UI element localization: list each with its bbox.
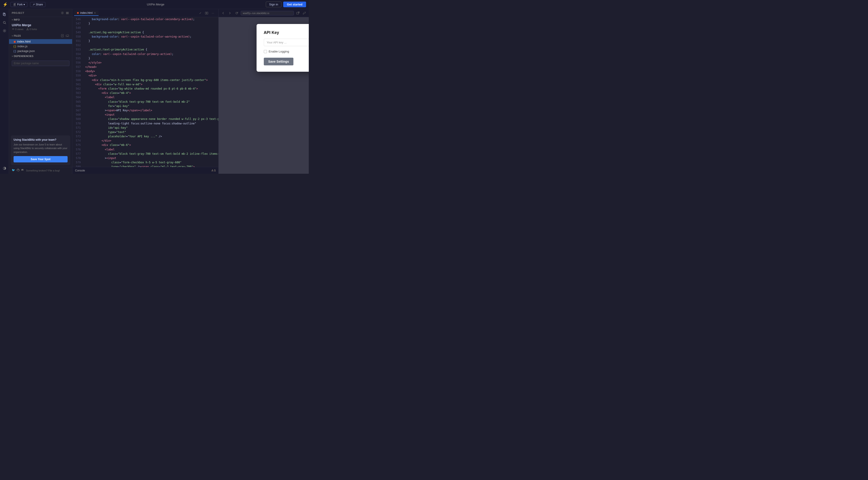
twitter-icon[interactable]: 🐦 (12, 169, 15, 172)
promo-card: Using StackBlitz with your team? Join ou… (11, 136, 70, 166)
project-expand-icon[interactable] (65, 11, 69, 15)
svg-rect-19 (205, 12, 206, 14)
deps-section-header[interactable]: ▾ DEPENDENCIES (9, 53, 72, 59)
code-line: type="text" (85, 130, 218, 134)
promo-text: Join our livestream on June 5 to learn a… (13, 143, 68, 154)
code-line: ><span>API Key</span></label> (85, 108, 218, 113)
forward-button[interactable] (227, 10, 232, 16)
modal-title: API Key (264, 30, 309, 35)
new-file-icon[interactable] (60, 34, 64, 38)
package-name-input[interactable] (12, 61, 69, 66)
html-file-icon: ◼ (13, 40, 16, 43)
api-key-input[interactable] (264, 39, 309, 46)
editor-area: ◼ index.html × ··· 546 547 548 (72, 9, 218, 174)
code-line: <label (85, 148, 218, 152)
code-line: } (85, 22, 218, 26)
sidebar-bottom-icons (1, 165, 8, 172)
maximize-icon[interactable] (302, 10, 307, 16)
sidebar-icon-contrast[interactable] (1, 165, 8, 172)
svg-line-3 (5, 23, 6, 24)
code-line: <div class="w-full max-w-md"> (85, 82, 218, 87)
code-line: leading-tight focus:outline-none focus:s… (85, 121, 218, 126)
code-line: <div class="mb-6"> (85, 143, 218, 147)
code-line: .active\:bg-warningActive:active { (85, 30, 218, 35)
code-line: <input (85, 113, 218, 117)
console-bar: Console ⚠ 1 (72, 167, 218, 174)
svg-rect-9 (66, 13, 69, 14)
code-line: </style> (85, 61, 218, 65)
tab-html-icon: ◼ (77, 11, 79, 14)
api-key-modal: API Key Enable Logging Save Settings (256, 24, 309, 72)
topbar-right: Sign in Get started (266, 2, 306, 7)
share-button[interactable]: ↗ Share (30, 2, 45, 7)
code-line (85, 26, 218, 30)
svg-rect-21 (297, 12, 299, 14)
back-button[interactable] (220, 10, 226, 16)
code-line: type="checkbox" /><span class="ml-2 text… (85, 165, 218, 167)
project-header: PROJECT (9, 9, 72, 17)
editor-toolbar: ··· (197, 10, 217, 16)
file-name-index-js: index.js (18, 44, 27, 48)
tab-index-html[interactable]: ◼ index.html × (74, 10, 98, 16)
preview-content: API Key Enable Logging Save Settings (219, 17, 309, 174)
new-folder-icon[interactable] (65, 34, 69, 38)
project-stats: 0 views 0 forks (12, 28, 69, 31)
files-chevron-icon: ▾ (12, 35, 13, 37)
code-editor[interactable]: 546 547 548 549 550 551 552 553 554 555 … (72, 17, 218, 167)
topbar: ⚡ 🍴 Fork ▾ ↗ Share UXPin Merge Sign in G… (0, 0, 309, 9)
topbar-logo: ⚡ (3, 2, 8, 7)
file-name-package-json: package.json (18, 49, 35, 53)
code-content: 546 547 548 549 550 551 552 553 554 555 … (72, 17, 218, 167)
pin-icon[interactable] (197, 10, 203, 16)
warning-badge: ⚠ 1 (211, 169, 216, 172)
code-line: for="api-key" (85, 104, 218, 108)
file-item-index-html[interactable]: ◼ index.html (9, 39, 72, 44)
sidebar-icon-files[interactable] (1, 11, 8, 18)
code-line: } (85, 39, 218, 43)
svg-point-11 (27, 28, 28, 29)
code-line: <div class="mb-4"> (85, 91, 218, 95)
discord-icon[interactable] (21, 169, 24, 172)
code-line: id="api-key" (85, 126, 218, 130)
github-icon[interactable] (17, 169, 20, 172)
preview-url-bar[interactable] (241, 11, 294, 16)
tab-close-icon[interactable]: × (94, 11, 96, 14)
svg-rect-8 (66, 13, 69, 13)
info-section-header[interactable]: ▾ INFO (9, 17, 72, 22)
sidebar-icon-search[interactable] (1, 19, 8, 26)
open-in-new-tab-icon[interactable] (295, 10, 301, 16)
fork-button[interactable]: 🍴 Fork ▾ (10, 2, 27, 7)
svg-rect-20 (207, 12, 208, 14)
enable-logging-checkbox[interactable] (264, 50, 267, 53)
json-file-icon: { } (13, 50, 16, 53)
code-lines: background-color: var(--uxpin-tailwind-c… (83, 17, 218, 167)
save-settings-button[interactable]: Save Settings (264, 58, 293, 65)
code-line: class="shadow appearance-none border rou… (85, 117, 218, 121)
get-started-button[interactable]: Get started (283, 2, 306, 7)
sidebar-icon-settings[interactable] (1, 27, 8, 34)
more-options-icon[interactable]: ··· (210, 10, 216, 16)
code-line: </head> (85, 65, 218, 69)
preview-toolbar-right (295, 10, 307, 16)
refresh-button[interactable] (234, 10, 239, 16)
file-item-index-js[interactable]: { } index.js (9, 44, 72, 49)
promo-title: Using StackBlitz with your team? (13, 138, 68, 141)
files-header-left: ▾ FILES (12, 34, 21, 37)
checkbox-row: Enable Logging (264, 50, 309, 53)
svg-rect-1 (4, 14, 5, 16)
svg-rect-7 (66, 12, 69, 12)
save-your-spot-button[interactable]: Save Your Spot (13, 156, 68, 162)
project-name: UXPin Merge (12, 23, 69, 27)
split-view-icon[interactable] (204, 10, 209, 16)
svg-point-10 (13, 29, 13, 30)
project-settings-icon[interactable] (60, 11, 64, 15)
sign-in-button[interactable]: Sign in (266, 2, 282, 7)
code-line: class="form-checkbox h-5 w-5 text-gray-6… (85, 160, 218, 165)
deps-section (9, 59, 72, 68)
file-item-package-json[interactable]: { } package.json (9, 49, 72, 53)
main-layout: PROJECT ▾ INFO UXPin Merge 0 views (0, 9, 309, 174)
code-line (85, 43, 218, 48)
preview-panel: API Key Enable Logging Save Settings (218, 9, 309, 174)
files-header-icons (60, 34, 69, 38)
file-name-index-html: index.html (17, 40, 31, 43)
